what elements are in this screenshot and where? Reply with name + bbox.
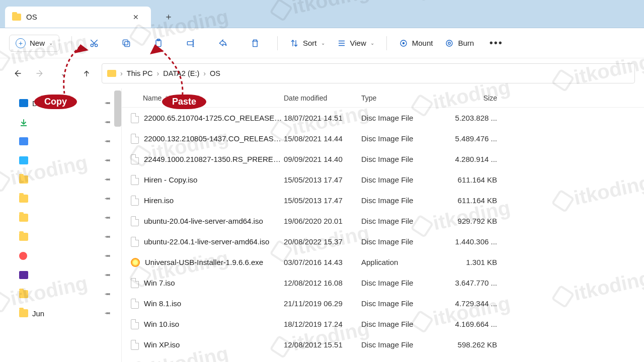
cell-type: Disc Image File [361, 340, 442, 349]
cell-date: 09/09/2021 14.40 [284, 155, 361, 163]
cell-name: Win XP.iso [122, 340, 284, 350]
sidebar-item[interactable] [0, 113, 121, 132]
sidebar-item[interactable] [0, 151, 121, 170]
pin-icon [104, 175, 113, 184]
cell-name: Universal-USB-Installer-1.9.6.6.exe [122, 258, 284, 267]
cell-size: 4.280.914 ... [442, 155, 502, 163]
cell-name: Win 7.iso [122, 278, 284, 288]
chevron-right-icon: › [120, 69, 123, 77]
svg-rect-3 [123, 40, 128, 45]
sidebar-item[interactable] [0, 265, 121, 285]
share-button[interactable] [213, 33, 233, 53]
back-button[interactable] [9, 65, 25, 81]
sidebar-item[interactable] [0, 132, 121, 151]
active-tab[interactable]: OS ✕ [5, 7, 151, 28]
file-row[interactable]: Universal-USB-Installer-1.9.6.6.exe03/07… [122, 252, 644, 273]
cell-type: Disc Image File [361, 217, 442, 225]
delete-button[interactable] [245, 33, 265, 53]
iso-file-icon [131, 278, 139, 288]
pictures-icon [19, 156, 28, 164]
close-tab-button[interactable]: ✕ [128, 9, 144, 25]
file-row[interactable]: Win 10.iso18/12/2019 17.24Disc Image Fil… [122, 314, 644, 334]
file-row[interactable]: Hiren - Copy.iso15/05/2013 17.47Disc Ima… [122, 169, 644, 190]
svg-point-8 [403, 42, 404, 44]
sort-label: Sort [303, 39, 317, 47]
sidebar-item[interactable] [0, 285, 121, 304]
app-icon [131, 258, 140, 267]
sidebar-item[interactable] [0, 170, 121, 189]
file-row[interactable]: Win 7.iso12/08/2012 16.08Disc Image File… [122, 273, 644, 293]
new-label: New [30, 39, 45, 47]
svg-marker-11 [74, 44, 89, 53]
burn-label: Burn [458, 39, 474, 47]
forward-button[interactable] [32, 65, 48, 81]
mount-button[interactable]: Mount [399, 39, 433, 48]
cell-date: 12/08/2012 15.51 [284, 340, 361, 349]
mount-label: Mount [412, 39, 433, 47]
file-pane: Name ⌃ Date modified Type Size 22000.65.… [122, 88, 644, 362]
file-row[interactable]: Hiren.iso15/05/2013 17.47Disc Image File… [122, 190, 644, 211]
file-row[interactable]: Win 8.1.iso21/11/2019 06.29Disc Image Fi… [122, 293, 644, 314]
video-icon [19, 271, 28, 279]
file-row[interactable]: 22000.132.210805-1437.CO_RELEASE_SV...15… [122, 128, 644, 149]
folder-icon [19, 214, 28, 222]
view-icon [337, 39, 346, 48]
sidebar-item[interactable] [0, 208, 121, 227]
cell-name: Win 8.1.iso [122, 299, 284, 309]
chevron-right-icon: › [203, 69, 206, 77]
cell-size: 5.203.828 ... [442, 114, 502, 122]
cell-name: Win 10.iso [122, 319, 284, 329]
cell-size: 1.301 KB [442, 258, 502, 266]
sidebar-item-label: Jun [32, 309, 44, 318]
file-row[interactable]: 22449.1000.210827-1350.RS_PRERELEASE...0… [122, 149, 644, 169]
sidebar-item[interactable] [0, 246, 121, 265]
ellipsis-icon: ••• [490, 37, 503, 49]
pin-icon [104, 214, 113, 222]
pin-icon [104, 233, 113, 241]
view-button[interactable]: View ⌄ [337, 39, 374, 48]
svg-rect-2 [125, 41, 130, 46]
cell-type: Application [361, 258, 442, 266]
file-row[interactable]: Win XP.iso12/08/2012 15.51Disc Image Fil… [122, 334, 644, 355]
cell-name: ubuntu-22.04.1-live-server-amd64.iso [122, 237, 284, 247]
pin-icon [104, 309, 113, 318]
music-icon [19, 252, 27, 260]
iso-file-icon [131, 134, 139, 144]
cell-date: 20/08/2022 15.37 [284, 237, 361, 246]
copy-button[interactable] [116, 33, 136, 53]
cell-type: Disc Image File [361, 320, 442, 328]
cell-name: Hiren.iso [122, 196, 284, 206]
iso-file-icon [131, 299, 139, 309]
cell-type: Disc Image File [361, 155, 442, 163]
burn-button[interactable]: Burn [445, 39, 474, 48]
cell-size: 611.164 KB [442, 175, 502, 184]
sidebar-item[interactable] [0, 189, 121, 208]
column-date[interactable]: Date modified [284, 94, 361, 102]
sort-button[interactable]: Sort ⌄ [290, 39, 325, 48]
pin-icon [104, 137, 113, 146]
column-size[interactable]: Size [442, 94, 502, 102]
column-type[interactable]: Type [361, 94, 442, 102]
tab-title: OS [26, 13, 123, 21]
more-button[interactable]: ••• [486, 33, 506, 53]
breadcrumb-item[interactable]: OS [210, 69, 220, 77]
file-row[interactable]: ubuntu-20.04-live-server-amd64.iso19/06/… [122, 211, 644, 231]
cell-date: 21/11/2019 06.29 [284, 299, 361, 308]
cell-date: 18/07/2021 14.51 [284, 114, 361, 122]
mount-icon [399, 39, 408, 48]
folder-icon [19, 233, 28, 241]
sidebar-item[interactable]: Jun [0, 304, 121, 323]
folder-icon [19, 175, 28, 184]
pin-icon [104, 195, 113, 203]
file-row[interactable]: ubuntu-22.04.1-live-server-amd64.iso20/0… [122, 231, 644, 252]
file-row[interactable]: 22000.65.210704-1725.CO_RELEASE_SVC_...1… [122, 108, 644, 128]
new-tab-button[interactable]: ＋ [160, 8, 177, 25]
cell-date: 19/06/2020 20.01 [284, 217, 361, 225]
sort-icon [290, 39, 299, 48]
annotation-copy: Copy [34, 95, 77, 109]
cell-date: 15/08/2021 14.44 [284, 134, 361, 143]
pin-icon [104, 118, 113, 127]
sidebar-item[interactable] [0, 227, 121, 246]
cell-date: 12/08/2012 16.08 [284, 279, 361, 287]
cell-size: 1.440.306 ... [442, 237, 502, 246]
